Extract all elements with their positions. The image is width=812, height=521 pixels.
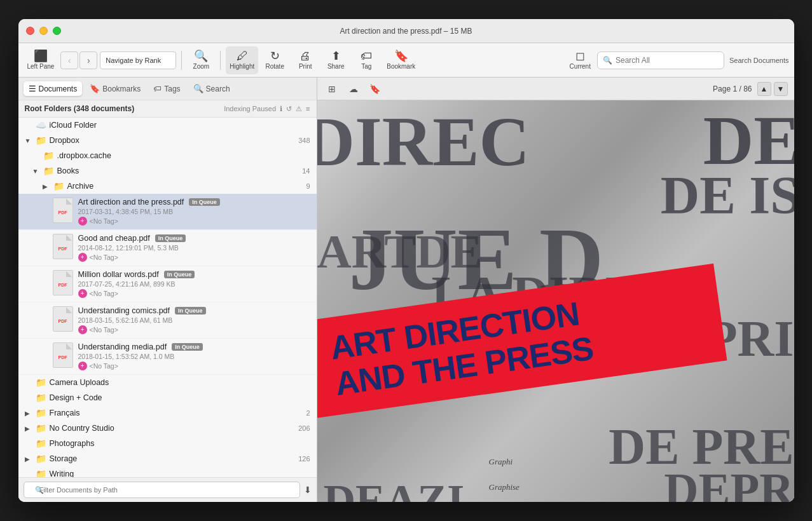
sidebar-content: ☁️ iCloud Folder ▼ 📁 Dropbox 348 📁 .drop… [18, 118, 317, 477]
current-icon: ◻ [575, 50, 585, 62]
books-folder-icon: 📁 [43, 166, 54, 176]
share-button[interactable]: ⬆ Share [322, 46, 350, 74]
sidebar-item-writing[interactable]: 📁 Writing [18, 466, 317, 477]
doc-artdirection[interactable]: PDF Art direction and the press.pdf In Q… [18, 194, 317, 230]
sidebar-item-photographs[interactable]: 📁 Photographs [18, 436, 317, 451]
left-pane-button[interactable]: ⬛ Left Pane [24, 46, 58, 74]
pdf-grid-icon[interactable]: ⊞ [324, 81, 340, 97]
photographs-icon: 📁 [36, 438, 46, 449]
doc-artdirection-title-row: Art direction and the press.pdf In Queue [78, 198, 310, 206]
tag-plus-icon-3[interactable]: + [78, 289, 87, 298]
pdf-viewer: ⊞ ☁ 🔖 Page 1 / 86 ▲ ▼ [317, 78, 794, 502]
tag-button[interactable]: 🏷 Tag [352, 46, 380, 74]
doc-goodcheap-meta: 2014-08-12, 12:19:01 PM, 5.3 MB [78, 244, 310, 252]
sidebar-item-storage[interactable]: ▶ 📁 Storage 126 [18, 451, 317, 466]
doc-understandingcomics[interactable]: PDF Understanding comics.pdf In Queue 20… [18, 302, 317, 339]
pdf-cloud-icon[interactable]: ☁ [345, 81, 362, 97]
bookmark-icon: 🔖 [394, 50, 408, 62]
main-area: ☰ Documents 🔖 Bookmarks 🏷 Tags 🔍 Search [18, 78, 794, 502]
folder-header-label: Root Folders (348 documents) [25, 104, 135, 113]
sidebar-item-dropbox[interactable]: ▼ 📁 Dropbox 348 [18, 133, 317, 148]
tab-bookmarks[interactable]: 🔖 Bookmarks [85, 81, 146, 96]
filter-funnel-icon[interactable]: ⬇ [304, 485, 312, 495]
doc-milliondollar-tag: + <No Tag> [78, 289, 310, 298]
print-icon: 🖨 [299, 50, 311, 62]
pdf-bookmark-nav-icon[interactable]: 🔖 [367, 81, 383, 97]
divider-2 [220, 51, 221, 70]
info-icon[interactable]: ℹ [280, 105, 282, 113]
back-button[interactable]: ‹ [60, 51, 78, 69]
pdf-next-page[interactable]: ▼ [774, 82, 788, 96]
search-container: 🔍 [597, 51, 724, 69]
sidebar-item-nocountry[interactable]: ▶ 📁 No Country Studio 206 [18, 421, 317, 436]
print-button[interactable]: 🖨 Print [291, 46, 319, 74]
sidebar-item-camera-uploads[interactable]: 📁 Camera Uploads [18, 375, 317, 390]
doc-artdirection-thumb: PDF [53, 198, 73, 223]
refresh-icon[interactable]: ↺ [286, 105, 292, 113]
minimize-button[interactable] [39, 27, 48, 35]
tab-search[interactable]: 🔍 Search [188, 81, 235, 96]
share-label: Share [327, 63, 345, 70]
bookmark-button[interactable]: 🔖 Bookmark [383, 46, 419, 74]
doc-goodcheap-badge: In Queue [155, 234, 186, 242]
tag-plus-icon-5[interactable]: + [78, 362, 87, 370]
doc-milliondollar-tag-label: <No Tag> [90, 290, 118, 297]
sidebar-item-francais[interactable]: ▶ 📁 Français 2 [18, 405, 317, 421]
doc-goodcheap[interactable]: PDF Good and cheap.pdf In Queue 2014-08-… [18, 230, 317, 266]
doc-understandingcomics-title-row: Understanding comics.pdf In Queue [78, 306, 310, 315]
storage-chevron: ▶ [25, 456, 32, 463]
doc-understandingcomics-info: Understanding comics.pdf In Queue 2018-0… [78, 306, 310, 334]
zoom-button[interactable]: 🔍 Zoom [187, 46, 215, 74]
search-documents-label: Search Documents [729, 57, 789, 64]
forward-button[interactable]: › [79, 51, 97, 69]
design-code-icon: 📁 [36, 393, 46, 403]
doc-understandingmedia[interactable]: PDF Understanding media.pdf In Queue 201… [18, 339, 317, 375]
archive-folder-icon: 📁 [53, 181, 64, 191]
traffic-lights [26, 27, 61, 35]
sidebar-item-design-code[interactable]: 📁 Design + Code [18, 390, 317, 405]
search-input[interactable] [616, 56, 719, 65]
rotate-label: Rotate [266, 63, 284, 70]
current-button[interactable]: ◻ Current [566, 46, 595, 74]
doc-understandingmedia-title: Understanding media.pdf [78, 342, 167, 351]
tag-plus-icon-4[interactable]: + [78, 325, 87, 334]
doc-goodcheap-tag: + <No Tag> [78, 253, 310, 262]
close-button[interactable] [26, 27, 34, 35]
archive-label: Archive [67, 182, 303, 191]
doc-milliondollar[interactable]: PDF Million dollar words.pdf In Queue 20… [18, 266, 317, 302]
tab-tags-label: Tags [164, 85, 180, 93]
zoom-label: Zoom [193, 63, 210, 70]
doc-understandingcomics-tag: + <No Tag> [78, 325, 310, 334]
filter-input[interactable] [24, 482, 300, 498]
doc-artdirection-meta: 2017-03-31, 4:38:45 PM, 15 MB [78, 208, 310, 215]
tab-tags[interactable]: 🏷 Tags [148, 81, 185, 96]
share-icon: ⬆ [331, 50, 341, 62]
tag-plus-icon-2[interactable]: + [78, 253, 87, 262]
books-label: Books [57, 166, 299, 175]
sidebar-item-books[interactable]: ▼ 📁 Books 14 [18, 163, 317, 179]
tag-icon: 🏷 [361, 50, 372, 62]
writing-label: Writing [50, 470, 310, 477]
highlight-button[interactable]: 🖊 Highlight [226, 46, 258, 74]
left-pane-label: Left Pane [27, 63, 55, 70]
pdf-prev-page[interactable]: ▲ [757, 82, 771, 96]
icloud-icon: ☁️ [36, 120, 46, 130]
sidebar-item-icloud[interactable]: ☁️ iCloud Folder [18, 118, 317, 133]
titlebar: Art direction and the press.pdf – 15 MB [18, 19, 794, 43]
sidebar-item-dropbox-cache[interactable]: 📁 .dropbox.cache [18, 148, 317, 163]
doc-understandingcomics-tag-label: <No Tag> [90, 326, 118, 334]
tags-tab-icon: 🏷 [153, 84, 162, 93]
rotate-button[interactable]: ↻ Rotate [261, 46, 289, 74]
tab-search-label: Search [206, 85, 230, 93]
tag-plus-icon[interactable]: + [78, 217, 87, 226]
doc-understandingmedia-tag: + <No Tag> [78, 362, 310, 370]
maximize-button[interactable] [53, 27, 61, 35]
sidebar-item-archive[interactable]: ▶ 📁 Archive 9 [18, 179, 317, 194]
tab-documents[interactable]: ☰ Documents [24, 81, 83, 96]
left-pane-icon: ⬛ [34, 50, 48, 62]
menu-icon[interactable]: ≡ [306, 105, 310, 112]
doc-thumb-fold-5 [66, 343, 72, 349]
bg-text-de2: DE IS [661, 164, 794, 226]
search-icon: 🔍 [603, 56, 612, 65]
pdf-toolbar-left: ⊞ ☁ 🔖 [324, 81, 383, 97]
